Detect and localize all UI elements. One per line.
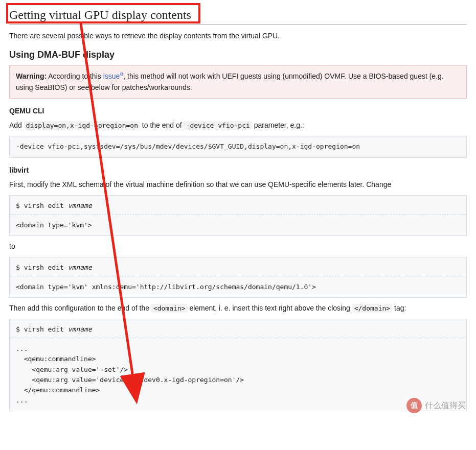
warning-box: Warning: According to this issue⧉, this … [9, 65, 467, 99]
libvirt-heading: libvirt [9, 166, 467, 174]
text: to the end of [140, 121, 184, 129]
warning-text-pre: According to this [47, 72, 103, 80]
code-block: -device vfio-pci,sysfsdev=/sys/bus/mdev/… [9, 136, 467, 157]
code-block: $ virsh edit vmname<domain type='kvm'> [9, 195, 467, 236]
qemu-cli-heading: QEMU CLI [9, 107, 467, 115]
inline-code: -device vfio-pci [184, 121, 252, 130]
issue-link[interactable]: issue [103, 72, 120, 80]
inline-code: </domain> [352, 304, 392, 313]
dmabuf-heading: Using DMA-BUF display [9, 50, 467, 60]
inline-code: <domain> [151, 304, 188, 313]
code-block: $ virsh edit vmname<domain type='kvm' xm… [9, 257, 467, 298]
warning-label: Warning: [16, 72, 47, 80]
inline-code: display=on,x-igd-opregion=on [24, 121, 140, 130]
watermark: 值 什么值得买 [406, 398, 466, 413]
to-text: to [9, 241, 467, 252]
text: Add [9, 121, 24, 129]
text: parameter, e.g.: [252, 121, 304, 129]
qemu-add-paragraph: Add display=on,x-igd-opregion=on to the … [9, 120, 467, 131]
watermark-badge-icon: 值 [406, 398, 422, 413]
intro-paragraph: There are several possible ways to retri… [9, 31, 467, 41]
page-heading: Getting virtual GPU display contents [9, 8, 467, 25]
text: tag: [392, 304, 406, 312]
libvirt-para2: Then add this configuration to the end o… [9, 303, 467, 314]
text: Then add this configuration to the end o… [9, 304, 151, 312]
code-block: $ virsh edit vmname... <qemu:commandline… [9, 319, 467, 411]
text: element, i. e. insert this text right ab… [188, 304, 352, 312]
libvirt-para1: First, modify the XML schema of the virt… [9, 179, 467, 190]
watermark-text: 什么值得买 [425, 400, 466, 411]
